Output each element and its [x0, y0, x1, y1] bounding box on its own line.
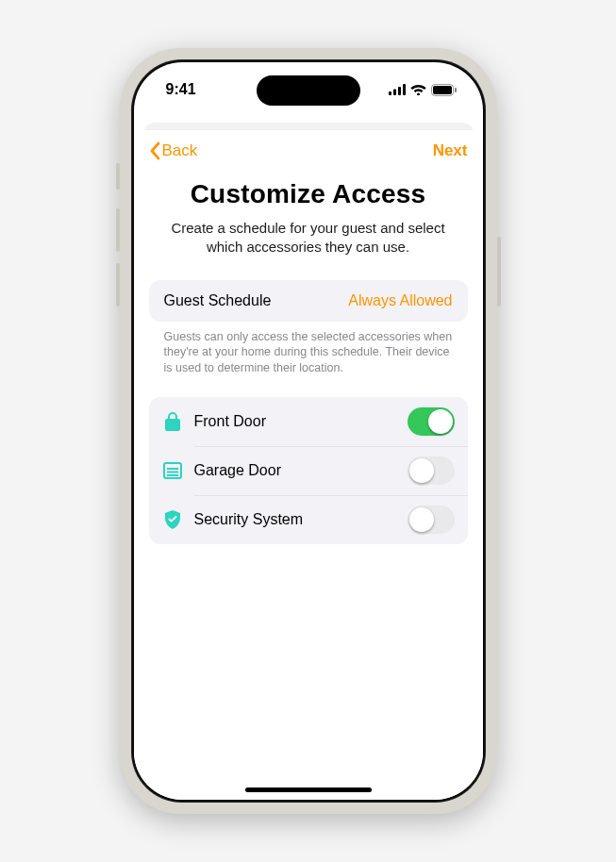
nav-bar: Back Next — [134, 130, 483, 168]
svg-rect-3 — [403, 84, 406, 95]
phone-frame: 9:41 — [120, 48, 497, 814]
power-button[interactable] — [497, 237, 501, 307]
page-subtitle: Create a schedule for your guest and sel… — [166, 219, 451, 257]
svg-rect-5 — [433, 86, 452, 94]
dynamic-island — [257, 75, 360, 106]
page-title: Customize Access — [149, 179, 468, 209]
accessory-toggle-security-system[interactable] — [408, 506, 455, 534]
battery-icon — [431, 84, 457, 96]
volume-down-button[interactable] — [116, 263, 120, 307]
wifi-icon — [410, 84, 426, 95]
svg-rect-8 — [167, 468, 178, 470]
shield-icon — [162, 509, 183, 530]
schedule-value: Always Allowed — [348, 292, 452, 309]
accessory-label: Front Door — [194, 413, 396, 430]
accessory-row-front-door: Front Door — [149, 397, 468, 446]
svg-rect-2 — [398, 87, 401, 95]
status-right — [389, 84, 457, 96]
home-indicator[interactable] — [245, 787, 372, 792]
accessory-toggle-garage-door[interactable] — [408, 456, 455, 485]
guest-schedule-row[interactable]: Guest Schedule Always Allowed — [149, 280, 468, 322]
accessory-label: Security System — [194, 511, 396, 528]
silence-switch[interactable] — [116, 163, 120, 190]
content-area: Customize Access Create a schedule for y… — [134, 168, 483, 544]
accessory-toggle-front-door[interactable] — [408, 407, 455, 436]
cellular-icon — [389, 84, 406, 95]
svg-rect-6 — [455, 88, 457, 92]
svg-rect-10 — [167, 474, 178, 476]
schedule-label: Guest Schedule — [164, 292, 272, 309]
accessory-label: Garage Door — [194, 462, 396, 479]
back-button[interactable]: Back — [149, 141, 198, 160]
chevron-left-icon — [149, 141, 160, 160]
schedule-note: Guests can only access the selected acce… — [149, 322, 468, 377]
garage-icon — [162, 460, 183, 481]
schedule-group: Guest Schedule Always Allowed — [149, 280, 468, 322]
accessory-list: Front Door Garage Door — [149, 397, 468, 544]
status-time: 9:41 — [166, 81, 196, 98]
svg-rect-9 — [167, 472, 178, 473]
svg-rect-0 — [389, 91, 391, 95]
modal-sheet: Back Next Customize Access Create a sche… — [134, 130, 483, 800]
back-label: Back — [162, 141, 198, 160]
accessory-row-garage-door: Garage Door — [149, 446, 468, 495]
svg-rect-1 — [393, 90, 396, 96]
lock-icon — [162, 411, 183, 432]
accessory-row-security-system: Security System — [149, 495, 468, 544]
phone-screen: 9:41 — [134, 62, 483, 800]
phone-bezel: 9:41 — [131, 59, 486, 803]
volume-up-button[interactable] — [116, 208, 120, 252]
next-button[interactable]: Next — [433, 141, 468, 160]
